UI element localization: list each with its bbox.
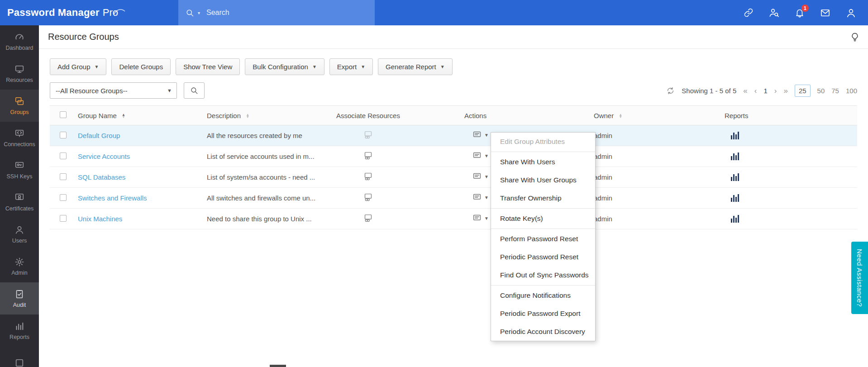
menu-item-perform-password-reset[interactable]: Perform Password Reset: [491, 230, 595, 248]
column-label: Description: [207, 112, 241, 119]
filter-search-button[interactable]: [184, 82, 205, 99]
menu-item-find-out-of-sync-passwords[interactable]: Find Out of Sync Passwords: [491, 266, 595, 284]
column-label: Associate Resources: [336, 112, 400, 119]
sidebar-item-groups[interactable]: Groups: [0, 90, 39, 122]
row-checkbox[interactable]: [60, 173, 67, 180]
group-report-chart-icon[interactable]: [731, 172, 739, 181]
sidebar-item-resources[interactable]: Resources: [0, 57, 39, 90]
menu-item-share-with-user-groups[interactable]: Share With User Groups: [491, 171, 595, 189]
group-name-link[interactable]: Unix Machines: [78, 215, 122, 223]
row-actions-menu-button[interactable]: ▼: [472, 172, 489, 181]
profile-icon[interactable]: [846, 8, 856, 18]
app-logo[interactable]: Password Manager Pro: [0, 7, 118, 19]
group-report-chart-icon[interactable]: [731, 151, 739, 160]
chevron-down-icon: ▼: [440, 64, 445, 69]
mail-icon[interactable]: [820, 8, 830, 18]
menu-item-transfer-ownership[interactable]: Transfer Ownership: [491, 189, 595, 207]
row-actions-menu-button[interactable]: ▼: [472, 151, 489, 161]
sidebar-item-users[interactable]: Users: [0, 218, 39, 250]
sidebar-item-reports[interactable]: Reports: [0, 315, 39, 347]
global-search[interactable]: ▾: [178, 0, 375, 25]
sort-icons[interactable]: ▲▼: [122, 114, 125, 118]
horizontal-scrollbar-thumb[interactable]: [270, 365, 286, 367]
page-size-100[interactable]: 100: [846, 87, 857, 95]
menu-item-periodic-password-reset[interactable]: Periodic Password Reset: [491, 248, 595, 266]
sidebar-item-admin[interactable]: Admin: [0, 250, 39, 282]
menu-divider: [491, 285, 595, 286]
add-group-button[interactable]: Add Group ▼: [50, 58, 106, 75]
row-checkbox[interactable]: [60, 153, 67, 159]
associate-resources-icon[interactable]: [363, 193, 373, 202]
select-all-checkbox[interactable]: [60, 111, 67, 118]
chevron-down-icon: ▼: [484, 153, 489, 158]
sidebar-label: Certificates: [5, 205, 34, 212]
need-assistance-tab[interactable]: Need Assistance?: [851, 242, 868, 314]
prev-page-icon[interactable]: ‹: [754, 87, 757, 95]
column-group-name[interactable]: Group Name ▲▼: [78, 112, 207, 119]
menu-item-rotate-keys[interactable]: Rotate Key(s): [491, 210, 595, 228]
groups-icon: [14, 96, 24, 106]
sidebar-item-connections[interactable]: Connections: [0, 122, 39, 154]
refresh-icon[interactable]: [666, 86, 675, 95]
group-report-chart-icon[interactable]: [731, 214, 739, 223]
group-name-link[interactable]: Switches and Firewalls: [78, 194, 147, 202]
group-report-chart-icon[interactable]: [731, 193, 739, 202]
group-actions-context-menu: Edit Group Attributes Share With Users S…: [491, 132, 596, 341]
last-page-icon[interactable]: »: [783, 87, 787, 95]
associate-resources-icon[interactable]: [363, 151, 373, 161]
sidebar-label: Dashboard: [5, 45, 33, 51]
menu-item-periodic-account-discovery[interactable]: Periodic Account Discovery: [491, 323, 595, 341]
row-actions-menu-button[interactable]: ▼: [472, 130, 489, 140]
associate-resources-icon[interactable]: [363, 130, 373, 140]
sidebar-item-dashboard[interactable]: Dashboard: [0, 25, 39, 57]
group-name-link[interactable]: SQL Databases: [78, 173, 125, 181]
resource-groups-filter-select[interactable]: --All Resource Groups-- ▼: [50, 82, 177, 99]
page-size-75[interactable]: 75: [831, 87, 839, 95]
user-audit-icon[interactable]: [769, 8, 779, 18]
show-tree-view-button[interactable]: Show Tree View: [176, 58, 240, 75]
column-description[interactable]: Description ▲▼: [207, 112, 336, 119]
column-owner[interactable]: Owner ▲▼: [594, 112, 725, 119]
sidebar-label: Resources: [6, 77, 33, 83]
tips-bulb-icon[interactable]: [850, 32, 860, 42]
row-actions-menu-button[interactable]: ▼: [472, 193, 489, 202]
column-actions: Actions: [464, 112, 594, 119]
row-checkbox[interactable]: [60, 132, 67, 138]
associate-resources-icon[interactable]: [363, 172, 373, 181]
bulk-configuration-button[interactable]: Bulk Configuration ▼: [245, 58, 324, 75]
generate-report-button[interactable]: Generate Report ▼: [378, 58, 453, 75]
row-checkbox[interactable]: [60, 194, 67, 201]
search-scope-caret-icon[interactable]: ▾: [198, 10, 200, 15]
menu-item-configure-notifications[interactable]: Configure Notifications: [491, 286, 595, 305]
group-name-link[interactable]: Default Group: [78, 132, 120, 139]
search-input[interactable]: [206, 9, 351, 17]
sort-icons[interactable]: ▲▼: [619, 114, 622, 118]
notifications-bell-icon[interactable]: 1: [795, 8, 805, 18]
sidebar-item-audit[interactable]: Audit: [0, 282, 39, 315]
link-icon[interactable]: [744, 8, 754, 18]
associate-resources-icon[interactable]: [363, 214, 373, 223]
delete-groups-button[interactable]: Delete Groups: [111, 58, 171, 75]
row-actions-menu-button[interactable]: ▼: [472, 214, 489, 223]
chevron-down-icon: ▼: [484, 133, 489, 138]
menu-item-edit-group-attributes[interactable]: Edit Group Attributes: [491, 133, 595, 151]
page-size-25[interactable]: 25: [795, 85, 811, 97]
group-name-link[interactable]: Service Accounts: [78, 153, 130, 160]
first-page-icon[interactable]: «: [743, 87, 747, 95]
group-report-chart-icon[interactable]: [731, 130, 739, 139]
row-checkbox[interactable]: [60, 215, 67, 222]
sort-icons[interactable]: ▲▼: [246, 114, 249, 118]
current-page-number[interactable]: 1: [763, 87, 767, 95]
users-icon: [14, 225, 24, 235]
sidebar-item-ssh-keys[interactable]: SSH Keys: [0, 154, 39, 186]
page-size-50[interactable]: 50: [817, 87, 825, 95]
export-button[interactable]: Export ▼: [329, 58, 373, 75]
sidebar-item-partial[interactable]: [0, 347, 39, 367]
next-page-icon[interactable]: ›: [774, 87, 777, 95]
menu-item-periodic-password-export[interactable]: Periodic Password Export: [491, 305, 595, 323]
menu-item-share-with-users[interactable]: Share With Users: [491, 153, 595, 171]
chevron-down-icon: ▼: [167, 88, 172, 93]
sidebar-label: Groups: [10, 109, 29, 115]
logo-text-primary: Password Manager: [7, 7, 100, 19]
sidebar-item-certificates[interactable]: Certificates: [0, 186, 39, 218]
